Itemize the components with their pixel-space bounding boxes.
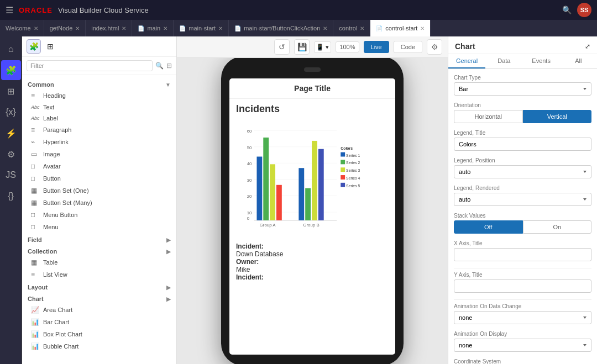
component-hyperlink-label: Hyperlink: [43, 139, 69, 145]
tab-close-icon[interactable]: ✕: [360, 25, 364, 31]
tab-close-icon[interactable]: ✕: [163, 25, 167, 31]
svg-text:50: 50: [247, 145, 252, 150]
section-layout-label: Layout: [28, 284, 48, 291]
tab-getnode[interactable]: getNode ✕: [44, 20, 86, 36]
search-icon[interactable]: 🔍: [562, 6, 572, 14]
component-menu-button[interactable]: □ Menu Button: [22, 209, 176, 221]
area-chart-icon: 📈: [31, 306, 40, 314]
section-chart[interactable]: Chart ▶: [22, 292, 176, 304]
x-axis-input[interactable]: [454, 248, 591, 261]
legend-position-select[interactable]: auto top bottom: [454, 165, 591, 178]
stack-on-btn[interactable]: On: [523, 220, 592, 234]
components-tab-components[interactable]: 🧩: [27, 39, 41, 54]
section-collection-label: Collection: [28, 248, 57, 255]
filter-search-icon[interactable]: 🔍: [155, 62, 164, 70]
tab-control[interactable]: control ✕: [333, 20, 370, 36]
orient-vertical-btn[interactable]: Vertical: [523, 110, 592, 123]
zoom-selector[interactable]: 100%: [336, 41, 359, 52]
anim-display-select[interactable]: none auto: [454, 339, 591, 352]
filter-input[interactable]: [27, 60, 153, 71]
device-selector[interactable]: 📱 ▾: [314, 41, 331, 53]
anim-display-label: Animation On Display: [454, 331, 591, 337]
tab-main-start[interactable]: 📄 main-start ✕: [174, 20, 229, 36]
tab-close-icon[interactable]: ✕: [122, 25, 126, 31]
section-layout[interactable]: Layout ▶: [22, 281, 176, 292]
tab-close-icon[interactable]: ✕: [218, 25, 223, 31]
orient-horizontal-btn[interactable]: Horizontal: [454, 110, 523, 123]
component-text[interactable]: Abc Text: [22, 102, 176, 113]
anim-display-row: Animation On Display none auto: [454, 331, 591, 352]
live-mode-button[interactable]: Live: [364, 41, 389, 53]
svg-text:Series 1: Series 1: [346, 154, 360, 157]
section-field[interactable]: Field ▶: [22, 233, 176, 245]
components-tab-structure[interactable]: ⊞: [43, 39, 57, 54]
file-icon: 📄: [234, 25, 241, 31]
tool-js[interactable]: JS: [1, 165, 21, 185]
y-axis-input[interactable]: [454, 279, 591, 293]
component-bar-chart[interactable]: 📊 Bar Chart: [22, 316, 176, 328]
svg-text:60: 60: [247, 129, 252, 134]
tab-buttonclick[interactable]: 📄 main-start/ButtonClickAction ✕: [229, 20, 333, 36]
component-button-set-many[interactable]: ▦ Button Set (Many): [22, 197, 176, 209]
component-box-plot-chart-label: Box Plot Chart: [43, 331, 82, 337]
legend-rendered-select[interactable]: auto on off: [454, 193, 591, 206]
component-label[interactable]: Abc Label: [22, 113, 176, 124]
chart-type-select[interactable]: Bar Line Area: [454, 82, 591, 96]
props-expand-icon[interactable]: ⤢: [585, 43, 590, 50]
tab-close-icon[interactable]: ✕: [75, 25, 80, 31]
tab-close-icon[interactable]: ✕: [34, 25, 38, 31]
component-button-set-one[interactable]: ▦ Button Set (One): [22, 184, 176, 197]
section-collection[interactable]: Collection ▶: [22, 245, 176, 256]
props-tab-all[interactable]: All: [560, 54, 597, 68]
tab-welcome[interactable]: Welcome ✕: [0, 20, 44, 36]
menu-icon[interactable]: ☰: [6, 5, 13, 15]
section-common[interactable]: Common ▼: [22, 78, 176, 89]
anim-data-select[interactable]: none auto: [454, 311, 591, 324]
component-avatar[interactable]: □ Avatar: [22, 160, 176, 172]
save-button[interactable]: 💾: [294, 39, 310, 55]
tool-settings[interactable]: ⚙: [1, 144, 21, 164]
tab-index[interactable]: index.html ✕: [86, 20, 132, 36]
menu-icon-comp: □: [31, 223, 40, 231]
tool-events[interactable]: ⚡: [1, 123, 21, 143]
stack-off-btn[interactable]: Off: [454, 220, 523, 234]
component-bubble-chart[interactable]: 📊 Bubble Chart: [22, 340, 176, 352]
tool-home[interactable]: ⌂: [1, 39, 21, 59]
props-tab-data[interactable]: Data: [485, 54, 522, 68]
legend-title-input[interactable]: [454, 138, 591, 151]
tool-code[interactable]: {}: [1, 186, 21, 206]
tool-sidebar: ⌂ 🧩 ⊞ {x} ⚡ ⚙ JS {}: [0, 36, 22, 364]
component-button[interactable]: □ Button: [22, 172, 176, 184]
component-heading[interactable]: ≡ Heading: [22, 89, 176, 102]
component-paragraph[interactable]: ≡ Paragraph: [22, 124, 176, 136]
tab-control-start[interactable]: 📄 control-start ✕: [370, 20, 431, 36]
component-hyperlink[interactable]: ⌁ Hyperlink: [22, 136, 176, 148]
code-mode-button[interactable]: Code: [394, 41, 422, 53]
tab-main[interactable]: 📄 main ✕: [132, 20, 174, 36]
filter-sort-icon[interactable]: ⊟: [166, 62, 172, 70]
tool-diagram[interactable]: ⊞: [1, 81, 21, 101]
component-table[interactable]: ▦ Table: [22, 256, 176, 268]
tab-bar: Welcome ✕ getNode ✕ index.html ✕ 📄 main …: [0, 20, 597, 36]
component-box-plot-chart[interactable]: 📊 Box Plot Chart: [22, 328, 176, 340]
tab-close-icon[interactable]: ✕: [323, 25, 327, 31]
component-list-view[interactable]: ≡ List View: [22, 268, 176, 281]
user-avatar[interactable]: SS: [577, 3, 591, 17]
coordinate-row: Coordinate System: [454, 358, 591, 364]
svg-text:Series 2: Series 2: [346, 161, 360, 165]
tool-components[interactable]: 🧩: [1, 60, 21, 80]
component-menu[interactable]: □ Menu: [22, 221, 176, 233]
settings-button[interactable]: ⚙: [427, 39, 442, 55]
props-tab-events[interactable]: Events: [523, 54, 560, 68]
component-image[interactable]: ▭ Image: [22, 148, 176, 160]
props-header: Chart ⤢: [448, 36, 597, 54]
component-area-chart[interactable]: 📈 Area Chart: [22, 304, 176, 316]
tab-label: control-start: [385, 25, 417, 31]
text-icon: Abc: [31, 104, 40, 110]
tab-close-icon[interactable]: ✕: [420, 25, 425, 31]
refresh-button[interactable]: ↺: [274, 39, 290, 55]
x-axis-label: X Axis, Title: [454, 240, 591, 246]
legend-rendered-row: Legend, Rendered auto on off: [454, 185, 591, 206]
props-tab-general[interactable]: General: [448, 54, 485, 68]
tool-variables[interactable]: {x}: [1, 102, 21, 122]
